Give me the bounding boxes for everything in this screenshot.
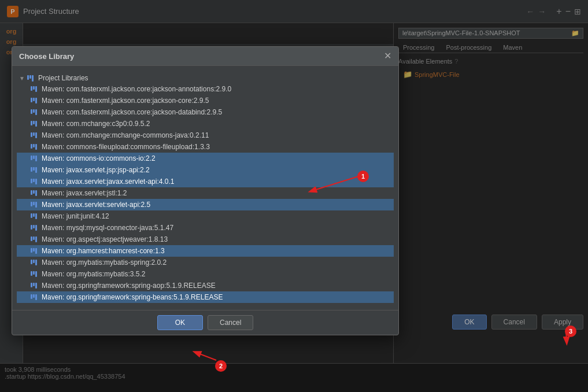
library-bar-icon — [31, 179, 37, 184]
library-label: Maven: javax.servlet.jsp:jsp-api:2.2 — [42, 166, 150, 174]
modal-footer: OK Cancel — [12, 310, 398, 335]
library-bar-icon — [31, 283, 37, 289]
library-list-item[interactable]: Maven: mysql:mysql-connector-java:5.1.47 — [17, 222, 394, 234]
library-label: Maven: com.fasterxml.jackson.core:jackso… — [42, 97, 209, 105]
modal-title: Choose Library — [19, 52, 74, 61]
library-list-item[interactable]: Maven: commons-io:commons-io:2.2 — [17, 153, 394, 164]
library-label: Maven: javax.servlet:servlet-api:2.5 — [42, 201, 150, 209]
library-list-item[interactable]: Maven: junit:junit:4.12 — [17, 210, 394, 222]
library-list-item[interactable]: Maven: org.aspectj:aspectjweaver:1.8.13 — [17, 234, 394, 245]
library-list-item[interactable]: Maven: javax.servlet:javax.servlet-api:4… — [17, 176, 394, 187]
library-list-item[interactable]: Maven: org.mybatis:mybatis-spring:2.0.2 — [17, 257, 394, 268]
library-list-item[interactable]: Maven: org.springframework:spring-aop:5.… — [17, 280, 394, 291]
library-bar-icon — [31, 294, 37, 300]
library-bar-icon — [31, 202, 37, 208]
library-list: Maven: com.fasterxml.jackson.core:jackso… — [17, 83, 394, 303]
library-list-item[interactable]: Maven: javax.servlet.jsp:jsp-api:2.2 — [17, 164, 394, 176]
modal-ok-button[interactable]: OK — [157, 315, 203, 330]
library-bar-icon — [31, 156, 37, 161]
library-bar-icon — [31, 248, 37, 254]
library-label: Maven: com.fasterxml.jackson.core:jackso… — [42, 85, 231, 93]
library-bar-icon — [31, 236, 37, 242]
library-label: Maven: commons-io:commons-io:2.2 — [42, 154, 156, 162]
project-libraries-root[interactable]: ▼ Project Libraries — [17, 73, 394, 83]
library-bar-icon — [31, 260, 37, 265]
library-list-item[interactable]: Maven: javax.servlet:jstl:1.2 — [17, 187, 394, 199]
choose-library-modal: Choose Library ✕ ▼ Project Libraries Mav… — [12, 46, 399, 335]
modal-titlebar: Choose Library ✕ — [12, 47, 398, 66]
library-bar-icon — [31, 132, 37, 138]
library-label: Maven: org.springframework:spring-aop:5.… — [42, 282, 216, 290]
library-list-item[interactable]: Maven: com.fasterxml.jackson.core:jackso… — [17, 95, 394, 106]
expand-arrow-icon: ▼ — [19, 75, 25, 82]
library-label: Maven: org.mybatis:mybatis:3.5.2 — [42, 270, 145, 278]
library-bar-icon — [31, 271, 37, 277]
library-bar-icon — [31, 98, 37, 103]
library-bar-icon — [31, 86, 37, 92]
library-bar-icon — [31, 190, 37, 196]
library-label: Maven: javax.servlet:jstl:1.2 — [42, 189, 127, 197]
library-label: Maven: javax.servlet:javax.servlet-api:4… — [42, 177, 174, 186]
library-list-item[interactable]: Maven: org.springframework:spring-beans:… — [17, 291, 394, 303]
library-list-item[interactable]: Maven: org.mybatis:mybatis:3.5.2 — [17, 268, 394, 280]
tree-root: ▼ Project Libraries Maven: com.fasterxml… — [12, 71, 398, 305]
modal-cancel-button[interactable]: Cancel — [208, 315, 253, 330]
modal-close-button[interactable]: ✕ — [384, 51, 391, 61]
library-label: Maven: com.mchange:mchange-commons-java:… — [42, 131, 209, 139]
library-label: Maven: mysql:mysql-connector-java:5.1.47 — [42, 224, 173, 232]
library-list-item[interactable]: Maven: com.fasterxml.jackson.core:jackso… — [17, 83, 394, 95]
library-label: Maven: com.mchange:c3p0:0.9.5.2 — [42, 120, 150, 128]
library-bar-icon — [31, 213, 37, 219]
library-label: Maven: org.hamcrest:hamcrest-core:1.3 — [42, 247, 165, 255]
library-label: Maven: org.springframework:spring-beans:… — [42, 293, 223, 301]
library-bar-icon — [31, 144, 37, 150]
library-list-item[interactable]: Maven: com.mchange:c3p0:0.9.5.2 — [17, 118, 394, 130]
modal-body: ▼ Project Libraries Maven: com.fasterxml… — [12, 66, 398, 310]
library-list-item[interactable]: Maven: commons-fileupload:commons-fileup… — [17, 141, 394, 153]
library-label: Maven: com.fasterxml.jackson.core:jackso… — [42, 108, 222, 116]
project-libraries-label: Project Libraries — [38, 74, 88, 82]
library-list-item[interactable]: Maven: com.mchange:mchange-commons-java:… — [17, 130, 394, 141]
library-label: Maven: org.mybatis:mybatis-spring:2.0.2 — [42, 258, 167, 267]
library-bar-icon — [31, 109, 37, 115]
libraries-bar-icon — [27, 75, 34, 82]
library-list-item[interactable]: Maven: org.hamcrest:hamcrest-core:1.3 — [17, 245, 394, 257]
library-label: Maven: org.aspectj:aspectjweaver:1.8.13 — [42, 235, 168, 243]
library-bar-icon — [31, 167, 37, 173]
library-list-item[interactable]: Maven: javax.servlet:servlet-api:2.5 — [17, 199, 394, 210]
library-list-item[interactable]: Maven: com.fasterxml.jackson.core:jackso… — [17, 106, 394, 118]
library-bar-icon — [31, 225, 37, 231]
library-bar-icon — [31, 121, 37, 127]
library-label: Maven: commons-fileupload:commons-fileup… — [42, 143, 210, 151]
library-label: Maven: junit:junit:4.12 — [42, 212, 109, 220]
